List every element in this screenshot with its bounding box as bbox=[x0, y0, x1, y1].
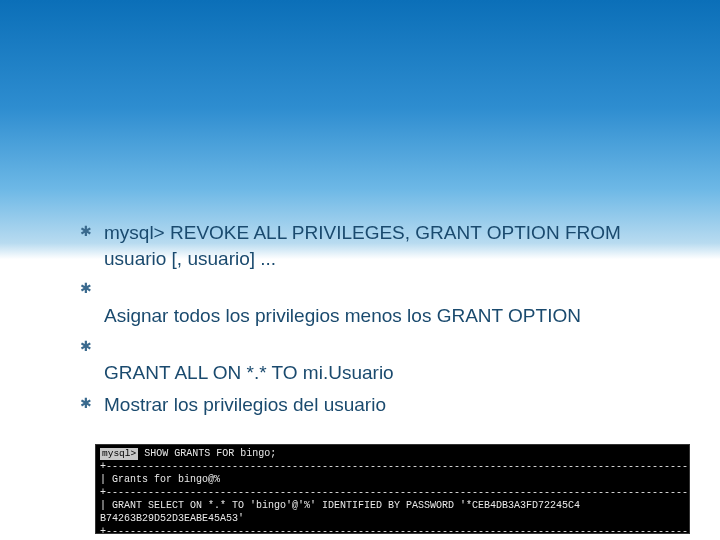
terminal-prompt: mysql> bbox=[100, 448, 138, 460]
bullet-list: mysql> REVOKE ALL PRIVILEGES, GRANT OPTI… bbox=[80, 220, 680, 417]
bullet-text: Asignar todos los privilegios menos los … bbox=[104, 305, 581, 326]
bullet-text: mysql> REVOKE ALL PRIVILEGES, GRANT OPTI… bbox=[104, 222, 621, 269]
terminal-sep: +---------------------------------------… bbox=[100, 487, 690, 498]
list-item: Asignar todos los privilegios menos los … bbox=[80, 277, 680, 328]
terminal-header: | Grants for bingo@% | bbox=[100, 474, 690, 485]
terminal-row: | GRANT SELECT ON *.* TO 'bingo'@'%' IDE… bbox=[100, 500, 690, 524]
terminal-sep: +---------------------------------------… bbox=[100, 461, 690, 472]
content-area: mysql> REVOKE ALL PRIVILEGES, GRANT OPTI… bbox=[80, 220, 680, 423]
list-item: mysql> REVOKE ALL PRIVILEGES, GRANT OPTI… bbox=[80, 220, 680, 271]
bullet-text: GRANT ALL ON *.* TO mi.Usuario bbox=[104, 362, 394, 383]
terminal-output: mysql> SHOW GRANTS FOR bingo; +---------… bbox=[95, 444, 690, 534]
bullet-text: Mostrar los privilegios del usuario bbox=[104, 394, 386, 415]
slide: mysql> REVOKE ALL PRIVILEGES, GRANT OPTI… bbox=[0, 0, 720, 540]
terminal-command: SHOW GRANTS FOR bingo; bbox=[138, 448, 276, 459]
terminal-sep: +---------------------------------------… bbox=[100, 526, 690, 534]
list-item: GRANT ALL ON *.* TO mi.Usuario bbox=[80, 335, 680, 386]
list-item: Mostrar los privilegios del usuario bbox=[80, 392, 680, 418]
